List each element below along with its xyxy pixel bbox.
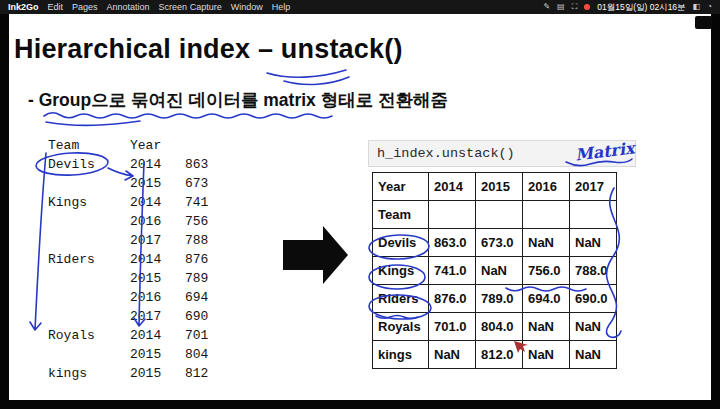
source-row: kings2015812 bbox=[48, 364, 227, 383]
capture-icon[interactable]: ⛶ bbox=[572, 0, 578, 14]
table-row: kings NaN 812.0 NaN NaN bbox=[373, 341, 617, 369]
record-indicator-icon[interactable] bbox=[584, 4, 590, 10]
index-name-row: Team bbox=[373, 201, 617, 229]
app-name[interactable]: Ink2Go bbox=[8, 0, 39, 14]
row-label: Riders bbox=[373, 285, 429, 313]
menu-item-help[interactable]: Help bbox=[272, 0, 291, 14]
menu-datetime[interactable]: 01월15일(일) 02시16분 bbox=[597, 0, 685, 14]
pen-icon[interactable]: ✎ bbox=[543, 0, 550, 14]
display-icon[interactable]: ◧ bbox=[693, 0, 701, 14]
window-control-button[interactable] bbox=[695, 16, 712, 29]
table-row: Royals 701.0 804.0 NaN NaN bbox=[373, 313, 617, 341]
source-row: Kings2014741 bbox=[48, 193, 227, 212]
table-row: Riders 876.0 789.0 694.0 690.0 bbox=[373, 285, 617, 313]
source-col-year: Year bbox=[130, 136, 185, 155]
menu-item-pages[interactable]: Pages bbox=[72, 0, 98, 14]
screen: Ink2Go Edit Pages Annotation Screen Capt… bbox=[0, 0, 720, 409]
source-row: Riders2014876 bbox=[48, 250, 227, 269]
pages-icon[interactable]: ▤ bbox=[557, 0, 565, 14]
result-header-row: Year 2014 2015 2016 2017 bbox=[373, 173, 617, 201]
menu-item-edit[interactable]: Edit bbox=[48, 0, 64, 14]
source-table-header: Team Year bbox=[48, 136, 227, 155]
corner-cell: Year bbox=[373, 173, 429, 201]
source-row: 2017788 bbox=[48, 231, 227, 250]
menu-bar: Ink2Go Edit Pages Annotation Screen Capt… bbox=[0, 0, 720, 14]
clock-icon[interactable]: ◔ bbox=[707, 0, 712, 14]
transform-arrow bbox=[283, 226, 348, 284]
source-row: Devils2014863 bbox=[48, 155, 227, 174]
table-row: Devils 863.0 673.0 NaN NaN bbox=[373, 229, 617, 257]
source-row: 2016756 bbox=[48, 212, 227, 231]
table-row: Kings 741.0 NaN 756.0 788.0 bbox=[373, 257, 617, 285]
source-row: 2017690 bbox=[48, 307, 227, 326]
source-row: 2016694 bbox=[48, 288, 227, 307]
source-table: Team Year Devils2014863 2015673 Kings201… bbox=[48, 136, 227, 383]
year-col-header: 2016 bbox=[523, 173, 570, 201]
menu-item-screen-capture[interactable]: Screen Capture bbox=[159, 0, 222, 14]
slide-page: Hierarchical index – unstack() - Group으로… bbox=[9, 14, 711, 400]
source-col-team: Team bbox=[48, 136, 130, 155]
page-title: Hierarchical index – unstack() bbox=[14, 34, 403, 65]
arrow-head bbox=[323, 226, 348, 284]
index-name-cell: Team bbox=[373, 201, 429, 229]
menu-item-window[interactable]: Window bbox=[231, 0, 263, 14]
row-label: Royals bbox=[373, 313, 429, 341]
arrow-shaft bbox=[283, 240, 323, 270]
menu-status-area: ✎ ▤ ⛶ 01월15일(일) 02시16분 ◧ ◔ bbox=[543, 0, 712, 14]
row-label: Devils bbox=[373, 229, 429, 257]
year-col-header: 2015 bbox=[476, 173, 523, 201]
bullet-text: - Group으로 묶여진 데이터를 matrix 형태로 전환해줌 bbox=[28, 88, 448, 112]
row-label: Kings bbox=[373, 257, 429, 285]
menu-item-annotation[interactable]: Annotation bbox=[107, 0, 150, 14]
source-row: Royals2014701 bbox=[48, 326, 227, 345]
year-col-header: 2017 bbox=[570, 173, 617, 201]
source-row: 2015804 bbox=[48, 345, 227, 364]
year-col-header: 2014 bbox=[429, 173, 476, 201]
unstack-result-table: Year 2014 2015 2016 2017 Team Devils 863… bbox=[372, 172, 617, 369]
source-row: 2015673 bbox=[48, 174, 227, 193]
source-row: 2015789 bbox=[48, 269, 227, 288]
row-label: kings bbox=[373, 341, 429, 369]
